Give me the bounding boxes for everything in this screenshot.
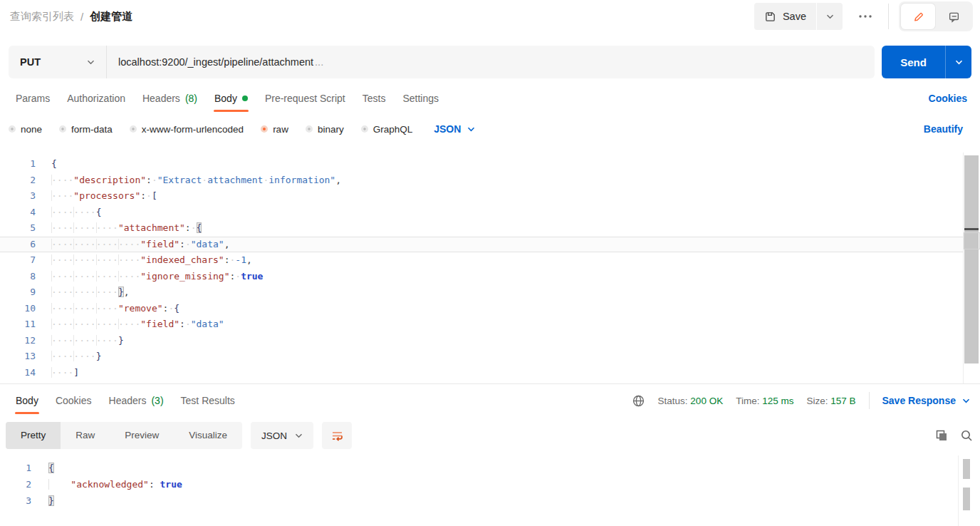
word-wrap-icon xyxy=(330,429,344,443)
whitespace: · xyxy=(202,175,207,185)
word-wrap-button[interactable] xyxy=(322,422,352,449)
language-select[interactable]: JSON xyxy=(434,123,475,135)
token-hb: } xyxy=(118,287,124,297)
response-actions xyxy=(935,429,973,442)
indent-guide xyxy=(48,479,71,490)
token-p: , xyxy=(246,254,252,265)
code-text: ············"remove":·{ xyxy=(51,301,179,317)
copy-button[interactable] xyxy=(935,429,948,442)
breadcrumb-current: 创建管道 xyxy=(90,10,132,24)
indent-guide: ···· xyxy=(51,319,73,329)
indent-guide: ···· xyxy=(51,190,73,201)
line-number: 5 xyxy=(0,220,36,237)
tab-label: Headers xyxy=(142,84,180,113)
breadcrumb-parent[interactable]: 查询索引列表 xyxy=(10,10,74,24)
globe-icon xyxy=(632,394,645,408)
code-text: { xyxy=(48,460,54,476)
code-line: 13········} xyxy=(0,349,980,365)
beautify-link[interactable]: Beautify xyxy=(924,123,971,135)
request-tab-headers[interactable]: Headers(8) xyxy=(134,84,206,113)
indent-guide: ···· xyxy=(73,239,95,249)
code-text: ················"indexed_chars":·-1, xyxy=(51,252,252,269)
whitespace xyxy=(155,479,160,490)
status-badge: Status: 200 OK xyxy=(658,396,724,406)
request-tab-authorization[interactable]: Authorization xyxy=(58,84,134,113)
url-input[interactable]: localhost:9200/_ingest/pipeline/attachme… xyxy=(107,46,875,78)
request-tab-settings[interactable]: Settings xyxy=(394,84,447,113)
response-language-value: JSON xyxy=(261,430,287,441)
token-hb: } xyxy=(48,495,54,506)
token-p: : xyxy=(146,175,152,185)
radio-icon xyxy=(130,125,137,133)
line-number: 10 xyxy=(0,301,36,317)
line-number: 11 xyxy=(0,316,36,333)
token-b: } xyxy=(118,335,124,346)
body-mode-form-data[interactable]: form-data xyxy=(59,124,113,135)
save-response-button[interactable]: Save Response xyxy=(882,395,974,406)
line-number: 2 xyxy=(0,172,36,189)
response-language-select[interactable]: JSON xyxy=(251,422,313,449)
response-scrollbar-thumb[interactable] xyxy=(963,459,970,479)
body-mode-x-www-form-urlencoded[interactable]: x-www-form-urlencoded xyxy=(130,124,244,135)
line-number: 1 xyxy=(0,156,36,172)
cookies-link[interactable]: Cookies xyxy=(929,93,973,104)
request-tab-tests[interactable]: Tests xyxy=(354,84,395,113)
code-line: 7················"indexed_chars":·-1, xyxy=(0,252,980,269)
response-tab-body[interactable]: Body xyxy=(7,386,47,415)
indent-guide: ···· xyxy=(118,239,140,249)
token-k: "field" xyxy=(140,319,179,329)
indent-guide: ···· xyxy=(51,303,73,314)
comments-button[interactable] xyxy=(937,4,971,29)
search-button[interactable] xyxy=(960,429,973,442)
top-bar: 查询索引列表 / 创建管道 Save xyxy=(0,0,980,33)
chevron-down-icon xyxy=(87,60,95,65)
view-tab-preview[interactable]: Preview xyxy=(110,422,174,449)
response-body-viewer[interactable]: 1{2 "acknowledged": true3} xyxy=(0,455,980,526)
token-bool: true xyxy=(160,479,182,490)
body-mode-none[interactable]: none xyxy=(9,124,42,135)
request-tab-body[interactable]: Body xyxy=(206,84,256,113)
more-options-button[interactable] xyxy=(853,3,878,30)
view-tab-pretty[interactable]: Pretty xyxy=(6,422,61,449)
radio-icon xyxy=(261,125,268,133)
scrollbar-thumb[interactable] xyxy=(964,155,979,363)
sidebar-toggle-group xyxy=(899,1,973,31)
indent-guide: ···· xyxy=(96,271,118,282)
request-tab-params[interactable]: Params xyxy=(7,84,58,113)
edit-mode-button[interactable] xyxy=(901,4,935,29)
indent-guide: ···· xyxy=(118,254,140,265)
send-button[interactable]: Send xyxy=(882,46,946,78)
body-mode-raw[interactable]: raw xyxy=(261,124,288,135)
top-actions: Save xyxy=(754,1,973,31)
header-divider xyxy=(888,4,889,29)
line-number: 13 xyxy=(0,349,36,365)
response-tab-headers[interactable]: Headers(3) xyxy=(100,386,172,415)
code-text: ········} xyxy=(51,349,101,365)
indent-guide: ···· xyxy=(96,239,118,249)
indent-guide: ···· xyxy=(51,351,73,361)
page-scrollbar-thumb[interactable] xyxy=(963,488,970,510)
request-body-editor[interactable]: 1{2····"description":·"Extract·attachmen… xyxy=(0,153,980,383)
view-tab-visualize[interactable]: Visualize xyxy=(174,422,242,449)
radio-icon xyxy=(59,125,66,133)
line-number: 7 xyxy=(0,252,36,269)
save-button[interactable]: Save xyxy=(754,3,816,30)
token-k: "attachment" xyxy=(118,222,185,233)
request-tab-pre-request-script[interactable]: Pre-request Script xyxy=(256,84,354,113)
save-options-button[interactable] xyxy=(817,3,843,30)
response-tab-test-results[interactable]: Test Results xyxy=(172,386,244,415)
indent-guide: ···· xyxy=(118,271,140,282)
whitespace: · xyxy=(235,271,241,282)
code-line: 1{ xyxy=(0,460,980,476)
time-label: Time: xyxy=(736,396,759,406)
response-tab-cookies[interactable]: Cookies xyxy=(47,386,100,415)
method-select[interactable]: PUT xyxy=(9,46,107,78)
send-options-button[interactable] xyxy=(946,46,971,78)
token-k: "ignore_missing" xyxy=(140,271,229,282)
whitespace: · xyxy=(185,239,191,249)
body-mode-graphql[interactable]: GraphQL xyxy=(361,124,413,135)
view-tab-raw[interactable]: Raw xyxy=(61,422,110,449)
body-mode-options: noneform-datax-www-form-urlencodedrawbin… xyxy=(9,124,429,135)
body-mode-binary[interactable]: binary xyxy=(306,124,344,135)
code-line: 3····"processors":·[ xyxy=(0,188,980,205)
